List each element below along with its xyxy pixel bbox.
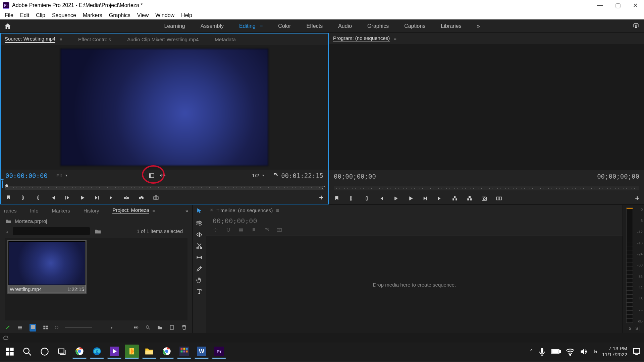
search-button[interactable] [20, 345, 34, 359]
tab-effect-controls[interactable]: Effect Controls [78, 37, 111, 42]
ripple-edit-tool-icon[interactable] [196, 231, 203, 238]
source-resolution-select[interactable]: 1/2 [250, 172, 266, 179]
mark-out-icon[interactable] [363, 195, 369, 201]
source-settings-icon[interactable] [272, 172, 278, 178]
notifications-tray-icon[interactable] [632, 347, 641, 356]
insert-icon[interactable] [123, 195, 129, 201]
zoom-handle-right[interactable] [322, 186, 325, 189]
button-editor-plus-icon[interactable]: + [635, 194, 639, 203]
captions-icon[interactable] [276, 227, 282, 233]
mark-out-icon[interactable] [35, 195, 41, 201]
button-editor-plus-icon[interactable]: + [319, 193, 323, 202]
list-view-icon[interactable] [17, 325, 23, 330]
source-timecode-current[interactable]: 00:00:00:00 [5, 172, 48, 179]
insert-mode-icon[interactable] [213, 227, 219, 233]
workspace-editing-menu-icon[interactable]: ≡ [260, 23, 263, 29]
source-playhead[interactable] [2, 181, 3, 188]
add-marker-icon[interactable] [5, 195, 11, 201]
mark-in-icon[interactable] [348, 195, 355, 201]
menu-help[interactable]: Help [178, 12, 196, 18]
go-to-out-icon[interactable] [109, 195, 115, 201]
timeline-settings-icon[interactable] [264, 227, 270, 233]
lift-icon[interactable] [452, 195, 458, 201]
step-back-icon[interactable] [393, 195, 399, 201]
minimize-button[interactable]: — [597, 2, 603, 9]
zoom-slider-handle[interactable] [55, 326, 58, 329]
export-frame-icon[interactable] [153, 195, 159, 201]
task-view-button[interactable] [55, 345, 69, 359]
chrome-taskbar-icon[interactable] [72, 345, 87, 359]
tab-program[interactable]: Program: (no sequences) [333, 35, 390, 42]
play-icon[interactable] [79, 195, 85, 201]
workspace-overflow-icon[interactable]: » [477, 23, 480, 29]
program-video-area[interactable] [329, 44, 644, 170]
program-timecode-current[interactable]: 00;00;00;00 [334, 173, 376, 180]
play-icon[interactable] [408, 195, 414, 201]
language-indicator[interactable]: فا [594, 349, 597, 354]
write-mode-icon[interactable] [5, 324, 11, 330]
chrome2-taskbar-icon[interactable] [160, 345, 174, 359]
project-bin-area[interactable]: Wrestling.mp4 1:22:15 [5, 238, 187, 320]
step-forward-icon[interactable] [422, 195, 428, 201]
workspace-captions[interactable]: Captions [404, 23, 425, 29]
tab-history[interactable]: History [84, 208, 99, 214]
zoom-slider-track[interactable] [65, 327, 92, 328]
drag-audio-only-icon[interactable] [159, 173, 166, 178]
track-select-tool-icon[interactable] [196, 220, 203, 227]
maximize-button[interactable]: ▢ [615, 2, 621, 9]
sort-chevron-icon[interactable]: ▾ [111, 325, 113, 330]
tab-audio-clip-mixer[interactable]: Audio Clip Mixer: Wrestling.mp4 [127, 37, 199, 42]
project-search-input[interactable] [13, 227, 90, 235]
close-button[interactable]: ✕ [633, 2, 638, 9]
timeline-timecode[interactable]: 00;00;00;00 [206, 216, 623, 226]
step-back-icon[interactable] [64, 195, 70, 201]
file-explorer-taskbar-icon[interactable] [142, 345, 156, 359]
delete-icon[interactable] [181, 325, 187, 330]
timeline-drop-area[interactable]: Drop media here to create sequence. [206, 236, 623, 333]
menu-clip[interactable]: Clip [33, 12, 49, 18]
tab-libraries-partial[interactable]: raries [4, 208, 17, 214]
overwrite-icon[interactable] [138, 195, 144, 201]
tab-source[interactable]: Source: Wrestling.mp4 [5, 36, 55, 43]
workspace-audio[interactable]: Audio [338, 23, 352, 29]
start-button[interactable] [3, 345, 17, 359]
pen-tool-icon[interactable] [196, 265, 203, 272]
word-taskbar-icon[interactable]: W [195, 345, 209, 359]
go-to-in-icon[interactable] [50, 195, 56, 201]
panel-overflow-icon[interactable]: » [185, 208, 188, 214]
step-forward-icon[interactable] [94, 195, 100, 201]
workspace-graphics[interactable]: Graphics [367, 23, 389, 29]
timeline-close-icon[interactable]: × [210, 207, 213, 213]
add-marker-icon[interactable] [334, 195, 340, 201]
new-bin-icon[interactable] [157, 325, 163, 330]
volume-tray-icon[interactable] [580, 347, 589, 356]
tab-timeline[interactable]: Timeline: (no sequences) [216, 207, 273, 213]
bin-icon[interactable] [5, 219, 11, 224]
selection-tool-icon[interactable] [196, 207, 203, 214]
tray-overflow-icon[interactable]: ^ [530, 349, 533, 355]
workspace-assembly[interactable]: Assembly [201, 23, 224, 29]
app-yellow-taskbar-icon[interactable] [125, 345, 139, 359]
workspace-learning[interactable]: Learning [164, 23, 185, 29]
menu-markers[interactable]: Markers [79, 12, 106, 18]
type-tool-icon[interactable] [196, 288, 203, 295]
tab-project[interactable]: Project: Morteza [112, 207, 149, 214]
home-icon[interactable] [4, 22, 11, 30]
wifi-tray-icon[interactable] [566, 347, 575, 356]
project-tab-menu-icon[interactable]: ≡ [153, 208, 155, 213]
workspace-editing[interactable]: Editing [239, 23, 256, 29]
zoom-handle-left[interactable] [5, 184, 8, 187]
menu-graphics[interactable]: Graphics [106, 12, 134, 18]
automate-to-sequence-icon[interactable] [133, 325, 139, 330]
icon-view-icon[interactable] [30, 324, 36, 330]
menu-edit[interactable]: Edit [17, 12, 33, 18]
source-scrubber[interactable] [1, 182, 328, 192]
mark-in-icon[interactable] [20, 195, 26, 201]
menu-sequence[interactable]: Sequence [49, 12, 79, 18]
extract-icon[interactable] [467, 195, 473, 201]
go-to-in-icon[interactable] [378, 195, 384, 201]
slip-tool-icon[interactable] [196, 254, 203, 261]
workspace-color[interactable]: Color [278, 23, 291, 29]
go-to-out-icon[interactable] [437, 195, 443, 201]
timeline-tab-menu-icon[interactable]: ≡ [276, 207, 279, 213]
